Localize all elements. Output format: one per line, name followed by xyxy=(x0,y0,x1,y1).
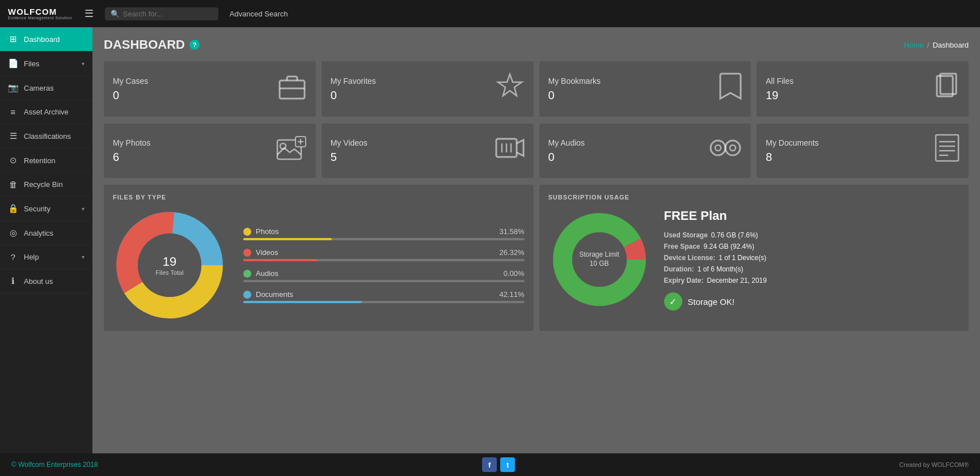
storage-ok-text: Storage OK! xyxy=(688,297,735,307)
dashboard-icon: ⊞ xyxy=(8,34,18,44)
sidebar-item-about-us[interactable]: ℹ About us xyxy=(0,269,92,294)
card-label: My Cases xyxy=(113,76,148,86)
logo: WOLFCOM Evidence Management Solution xyxy=(8,7,72,20)
donut-label: Files Total xyxy=(155,269,183,276)
svg-marker-2 xyxy=(498,74,522,96)
sidebar-item-security[interactable]: 🔒 Security ▾ xyxy=(0,197,92,221)
chart-legend: Photos 31.58% Videos 26.32% xyxy=(243,227,525,303)
stat-cards-row1: My Cases 0 My Favorites 0 xyxy=(104,61,969,117)
card-my-audios[interactable]: My Audios 0 xyxy=(539,124,751,178)
card-my-bookmarks[interactable]: My Bookmarks 0 xyxy=(539,61,751,117)
legend-item-documents: Documents 42.11% xyxy=(243,290,525,303)
subscription-panel: SUBSCRIPTION USAGE Storage Limit10 GB xyxy=(539,185,969,331)
sidebar-item-label: Files xyxy=(24,60,76,68)
svg-point-16 xyxy=(725,141,740,155)
twitter-button[interactable]: t xyxy=(500,457,515,472)
sidebar-item-asset-archive[interactable]: ≡ Asset Archive xyxy=(0,100,92,124)
star-icon xyxy=(495,72,525,106)
hamburger-icon[interactable]: ☰ xyxy=(85,7,94,20)
files-by-type-title: FILES BY TYPE xyxy=(113,194,525,201)
card-label: My Photos xyxy=(113,138,150,147)
plan-name: FREE Plan xyxy=(664,209,960,223)
breadcrumb-row: DASHBOARD ? Home / Dashboard xyxy=(104,37,969,52)
svg-rect-0 xyxy=(280,80,305,99)
footer-social: f t xyxy=(482,457,515,472)
documents-dot xyxy=(243,291,251,299)
legend-item-audios: Audios 0.00% xyxy=(243,269,525,282)
svg-point-17 xyxy=(730,145,736,151)
svg-point-14 xyxy=(711,141,725,155)
classifications-icon: ☰ xyxy=(8,131,18,141)
breadcrumb-separator: / xyxy=(927,41,930,49)
advanced-search-link[interactable]: Advanced Search xyxy=(230,10,288,18)
chevron-down-icon: ▾ xyxy=(82,61,85,67)
card-value: 19 xyxy=(766,89,793,102)
breadcrumb: Home / Dashboard xyxy=(904,41,969,49)
storage-ok-indicator: ✓ Storage OK! xyxy=(664,292,960,311)
asset-archive-icon: ≡ xyxy=(8,107,18,117)
sidebar-item-label: Cameras xyxy=(24,84,85,92)
card-my-videos[interactable]: My Videos 5 xyxy=(322,124,534,178)
sidebar-item-label: Analytics xyxy=(24,229,85,237)
sidebar-item-help[interactable]: ? Help ▾ xyxy=(0,245,92,269)
card-value: 6 xyxy=(113,151,150,164)
legend-item-photos: Photos 31.58% xyxy=(243,227,525,240)
card-all-files[interactable]: All Files 19 xyxy=(757,61,969,117)
card-label: My Documents xyxy=(766,138,818,147)
device-license-row: Device License: 1 of 1 Device(s) xyxy=(664,254,960,262)
svg-rect-18 xyxy=(936,135,958,161)
sidebar-item-retention[interactable]: ⊙ Retention xyxy=(0,148,92,173)
svg-point-15 xyxy=(715,145,721,151)
card-value: 0 xyxy=(113,89,148,102)
used-storage-row: Used Storage 0.76 GB (7.6%) xyxy=(664,231,960,239)
help-circle-button[interactable]: ? xyxy=(189,40,200,50)
sidebar-item-label: Dashboard xyxy=(24,35,85,44)
sub-donut-center: Storage Limit10 GB xyxy=(579,250,619,268)
sidebar-item-label: Recycle Bin xyxy=(24,180,85,189)
card-my-cases[interactable]: My Cases 0 xyxy=(104,61,316,117)
logo-text: WOLFCOM xyxy=(8,7,57,16)
sidebar-item-cameras[interactable]: 📷 Cameras xyxy=(0,76,92,100)
expiry-row: Expiry Date: December 21, 2019 xyxy=(664,277,960,284)
ok-checkmark-icon: ✓ xyxy=(664,292,682,311)
security-icon: 🔒 xyxy=(8,203,18,214)
card-my-documents[interactable]: My Documents 8 xyxy=(757,124,969,178)
sidebar-item-files[interactable]: 📄 Files ▾ xyxy=(0,52,92,76)
donut-total: 19 xyxy=(155,254,183,269)
sub-donut-chart: Storage Limit10 GB xyxy=(548,209,650,311)
audios-dot xyxy=(243,270,251,278)
card-my-favorites[interactable]: My Favorites 0 xyxy=(322,61,534,117)
sidebar-item-recycle-bin[interactable]: 🗑 Recycle Bin xyxy=(0,173,92,197)
sidebar-item-analytics[interactable]: ◎ Analytics xyxy=(0,221,92,245)
stat-cards-row2: My Photos 6 My Videos xyxy=(104,124,969,178)
card-value: 0 xyxy=(548,151,585,164)
files-by-type-panel: FILES BY TYPE xyxy=(104,185,534,331)
sidebar-item-classifications[interactable]: ☰ Classifications xyxy=(0,124,92,148)
sidebar-item-label: Help xyxy=(24,253,76,261)
footer-right-text: Created by WOLFCOM® xyxy=(899,461,969,468)
subscription-body: Storage Limit10 GB FREE Plan Used Storag… xyxy=(548,209,960,311)
legend-item-videos: Videos 26.32% xyxy=(243,248,525,261)
help-icon: ? xyxy=(8,252,18,262)
breadcrumb-home[interactable]: Home xyxy=(904,41,924,49)
card-my-photos[interactable]: My Photos 6 xyxy=(104,124,316,178)
search-icon: 🔍 xyxy=(111,10,120,18)
sidebar-item-dashboard[interactable]: ⊞ Dashboard xyxy=(0,27,92,52)
page-title: DASHBOARD ? xyxy=(104,37,200,52)
donut-chart: 19 Files Total xyxy=(113,209,226,322)
card-value: 8 xyxy=(766,151,818,164)
topnav: WOLFCOM Evidence Management Solution ☰ 🔍… xyxy=(0,0,980,27)
main-layout: ⊞ Dashboard 📄 Files ▾ 📷 Cameras ≡ Asset … xyxy=(0,27,980,453)
sidebar: ⊞ Dashboard 📄 Files ▾ 📷 Cameras ≡ Asset … xyxy=(0,27,92,453)
card-label: My Videos xyxy=(331,138,368,147)
search-input[interactable] xyxy=(123,10,202,18)
analytics-icon: ◎ xyxy=(8,228,18,238)
facebook-button[interactable]: f xyxy=(482,457,497,472)
about-icon: ℹ xyxy=(8,276,18,286)
chevron-down-icon: ▾ xyxy=(82,206,85,212)
card-label: My Favorites xyxy=(331,76,376,86)
subscription-details: FREE Plan Used Storage 0.76 GB (7.6%) Fr… xyxy=(664,209,960,311)
content-area: DASHBOARD ? Home / Dashboard My Cases 0 xyxy=(92,27,980,453)
briefcase-icon xyxy=(277,73,307,105)
card-value: 0 xyxy=(331,89,376,102)
